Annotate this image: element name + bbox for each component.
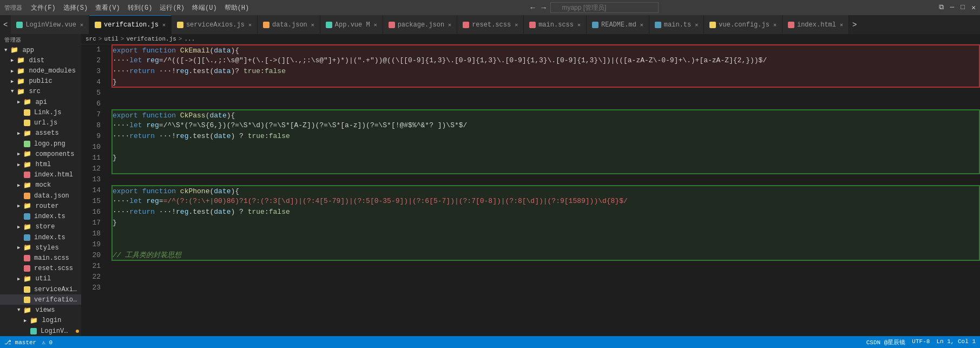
tab-maints[interactable]: main.ts✕ xyxy=(649,15,704,34)
menu-file[interactable]: 文件(F) xyxy=(31,3,56,12)
tab-vueconfigjs[interactable]: vue.config.js✕ xyxy=(704,15,782,34)
folder-arrow-views: ▼ xyxy=(17,307,20,313)
tab-readmemd[interactable]: README.md✕ xyxy=(587,15,649,34)
sidebar-label-serviceaxiosjs: serviceAxios.js xyxy=(34,286,79,293)
line-num-9: 9 xyxy=(81,131,101,142)
menu-terminal[interactable]: 终端(U) xyxy=(192,3,217,12)
file-icon-linkjs xyxy=(24,109,30,116)
sidebar-item-serviceaxiosjs[interactable]: serviceAxios.js xyxy=(0,284,81,294)
sidebar-label-assets: assets xyxy=(35,129,58,137)
menu-run[interactable]: 运行(R) xyxy=(160,3,185,12)
sidebar-item-views[interactable]: ▼📁views xyxy=(0,305,81,315)
tab-icon-verifcation xyxy=(95,22,101,28)
nav-forward[interactable]: → xyxy=(540,3,547,12)
sidebar-item-logopng[interactable]: logo.png xyxy=(0,139,81,149)
tab-scroll-left[interactable]: < xyxy=(0,15,11,34)
tab-close-indexhtml[interactable]: ✕ xyxy=(840,22,843,28)
minimize-icon[interactable]: ─ xyxy=(950,3,955,12)
maximize-icon[interactable]: □ xyxy=(961,3,965,12)
file-icon-datajson xyxy=(24,193,30,199)
sidebar-item-mock[interactable]: ▶📁mock xyxy=(0,180,81,191)
sidebar-item-html[interactable]: ▶📁html xyxy=(0,159,81,169)
line-num-21: 21 xyxy=(81,261,101,272)
tab-label-indexhtml: index.html xyxy=(797,21,836,29)
sidebar-item-indexts_router[interactable]: index.ts xyxy=(0,212,81,222)
tab-packagejson[interactable]: package.json✕ xyxy=(383,15,457,34)
menu-select[interactable]: 选择(S) xyxy=(63,3,88,12)
sidebar-item-login[interactable]: ▶📁login xyxy=(0,316,81,326)
sidebar-item-router[interactable]: ▶📁router xyxy=(0,201,81,211)
sidebar-item-resetscss[interactable]: reset.scss xyxy=(0,264,81,274)
sidebar-item-api[interactable]: ▶📁api xyxy=(0,97,81,107)
sidebar-label-mock: mock xyxy=(35,181,51,189)
tab-scroll-right[interactable]: > xyxy=(849,15,860,34)
sidebar-item-store[interactable]: ▶📁store xyxy=(0,222,81,232)
tab-close-resetscss[interactable]: ✕ xyxy=(515,22,518,28)
sidebar-label-indexts_store: index.ts xyxy=(34,234,65,241)
sidebar-item-datajson[interactable]: data.json xyxy=(0,191,81,201)
menu-view[interactable]: 查看(V) xyxy=(95,3,120,12)
sidebar-item-node_modules[interactable]: ▶📁node_modules xyxy=(0,65,81,76)
close-icon[interactable]: ✕ xyxy=(971,3,976,12)
sidebar-item-dist[interactable]: ▶📁dist xyxy=(0,55,81,65)
tab-close-datajson[interactable]: ✕ xyxy=(311,22,314,28)
sidebar-item-mainscss[interactable]: main.scss xyxy=(0,253,81,263)
sidebar-item-loginviewvue[interactable]: LoginView.vue xyxy=(0,326,81,336)
tab-close-maints[interactable]: ✕ xyxy=(695,22,698,28)
split-icon[interactable]: ⧉ xyxy=(939,3,944,12)
tab-datajson[interactable]: data.json✕ xyxy=(258,15,320,34)
line-num-14: 14 xyxy=(81,185,101,196)
sidebar-item-public[interactable]: ▶📁public xyxy=(0,76,81,87)
sidebar-item-styles[interactable]: ▶📁styles xyxy=(0,242,81,253)
sidebar-item-verifcationjs[interactable]: verifcation.js xyxy=(0,294,81,305)
menu-goto[interactable]: 转到(G) xyxy=(128,3,153,12)
editor-content[interactable]: 1234567891011121314151617181920212223 ex… xyxy=(81,44,980,336)
tab-close-packagejson[interactable]: ✕ xyxy=(448,22,451,28)
tab-verifcation[interactable]: verifcation.js✕ xyxy=(89,15,172,34)
menu-help[interactable]: 帮助(H) xyxy=(225,3,249,12)
sidebar-label-router: router xyxy=(35,202,58,210)
breadcrumb-part-0[interactable]: src xyxy=(85,36,96,42)
tab-close-appvue[interactable]: ✕ xyxy=(374,22,377,28)
tab-close-readmemd[interactable]: ✕ xyxy=(640,22,643,28)
sidebar-label-resetscss: reset.scss xyxy=(34,265,73,272)
tab-close-mainscss[interactable]: ✕ xyxy=(577,22,581,28)
search-input[interactable] xyxy=(550,2,659,13)
sidebar-label-node_modules: node_modules xyxy=(29,67,75,75)
folder-icon-util: 📁 xyxy=(23,275,31,283)
folder-icon-dist: 📁 xyxy=(17,56,25,64)
tab-appvue[interactable]: App.vue M✕ xyxy=(320,15,383,34)
sidebar-label-dist: dist xyxy=(29,57,44,64)
tab-close-vueconfigjs[interactable]: ✕ xyxy=(773,22,777,28)
sidebar-item-util[interactable]: ▶📁util xyxy=(0,274,81,284)
sidebar-label-datajson: data.json xyxy=(34,192,69,200)
sidebar-item-urljs[interactable]: url.js xyxy=(0,118,81,128)
tab-close-serviceaxios[interactable]: ✕ xyxy=(248,22,252,28)
error-count: ⚠ 0 xyxy=(42,339,52,346)
tab-resetscss[interactable]: reset.scss✕ xyxy=(457,15,524,34)
line-num-8: 8 xyxy=(81,120,101,131)
breadcrumb-part-2[interactable]: util xyxy=(104,36,118,42)
file-icon-resetscss xyxy=(24,265,30,272)
tab-loginview[interactable]: LoginView.vue✕ xyxy=(11,15,89,34)
tab-close-loginview[interactable]: ✕ xyxy=(80,22,83,28)
nav-back[interactable]: ← xyxy=(529,3,536,12)
sidebar-item-app[interactable]: ▼📁app xyxy=(0,45,81,55)
line-num-19: 19 xyxy=(81,239,101,250)
sidebar-item-linkjs[interactable]: Link.js xyxy=(0,107,81,117)
tab-indexhtml[interactable]: index.html✕ xyxy=(782,15,849,34)
status-bar: ⎇ master ⚠ 0 CSDN @星辰镜 UTF-8 Ln 1, Col 1 xyxy=(0,336,980,348)
tab-mainscss[interactable]: main.scss✕ xyxy=(524,15,587,34)
sidebar-item-indexhtml[interactable]: index.html xyxy=(0,170,81,180)
breadcrumb-part-4[interactable]: verifcation.js xyxy=(126,36,176,42)
tab-serviceaxios[interactable]: serviceAxios.js✕ xyxy=(172,15,258,34)
sidebar-item-components[interactable]: ▶📁components xyxy=(0,149,81,159)
line-num-12: 12 xyxy=(81,163,101,174)
folder-arrow-mock: ▶ xyxy=(17,182,20,188)
tab-icon-mainscss xyxy=(529,22,536,28)
breadcrumb-part-6[interactable]: ... xyxy=(184,36,195,42)
tab-close-verifcation[interactable]: ✕ xyxy=(162,22,166,28)
sidebar-item-indexts_store[interactable]: index.ts xyxy=(0,232,81,242)
sidebar-item-assets[interactable]: ▶📁assets xyxy=(0,128,81,139)
sidebar-item-src[interactable]: ▼📁src xyxy=(0,87,81,97)
